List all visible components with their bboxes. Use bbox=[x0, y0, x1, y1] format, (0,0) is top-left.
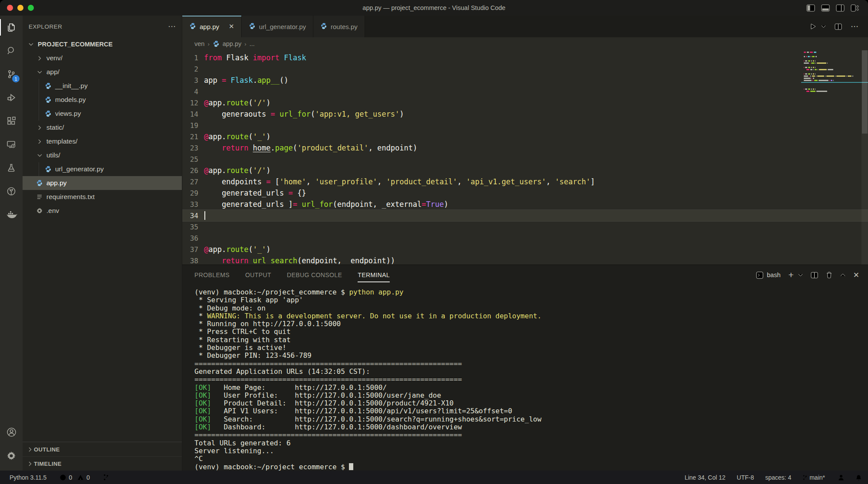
code-token: ) bbox=[266, 132, 270, 141]
minimap-token bbox=[852, 75, 853, 77]
tree-item-templates[interactable]: templates/ bbox=[23, 134, 182, 148]
customize-layout-icon[interactable] bbox=[851, 4, 859, 12]
git-sync-indicator[interactable] bbox=[103, 474, 109, 481]
terminal-shell-selector[interactable]: bash bbox=[756, 271, 780, 279]
terminal-line: * Debug mode: on bbox=[194, 304, 868, 312]
editor-line-36[interactable]: 36 bbox=[182, 232, 868, 244]
line-content: @app.route('/') bbox=[204, 97, 868, 108]
git-branch-indicator[interactable]: main* bbox=[802, 474, 825, 481]
tree-item-utils[interactable]: utils/ bbox=[23, 148, 182, 162]
editor-line-25[interactable]: 25 bbox=[182, 154, 868, 165]
tree-item-url-generator-py[interactable]: url_generator.py bbox=[23, 162, 182, 176]
activity-bar-item-docker[interactable] bbox=[0, 203, 23, 226]
editor-scrollbar-thumb[interactable] bbox=[862, 50, 868, 134]
cursor-position-indicator[interactable]: Line 34, Col 12 bbox=[684, 474, 725, 481]
tree-item-views-py[interactable]: views.py bbox=[23, 107, 182, 121]
python-version-indicator[interactable]: Python 3.11.5 bbox=[10, 474, 46, 481]
run-dropdown-chevron-icon[interactable] bbox=[821, 25, 826, 28]
editor-line-37[interactable]: 37@app.route('_') bbox=[182, 244, 868, 255]
terminal-output[interactable]: (venv) macbook:~/project_ecommerce $ pyt… bbox=[182, 285, 868, 471]
close-tab-icon[interactable]: ✕ bbox=[229, 23, 234, 30]
toggle-panel-icon[interactable] bbox=[821, 4, 830, 12]
tree-item--env[interactable]: .env bbox=[23, 204, 182, 218]
encoding-indicator[interactable]: UTF-8 bbox=[737, 474, 754, 481]
activity-bar-item-ports[interactable] bbox=[0, 180, 23, 203]
tree-item-app[interactable]: app/ bbox=[23, 65, 182, 79]
line-number: 23 bbox=[182, 144, 204, 152]
split-editor-icon[interactable] bbox=[835, 23, 842, 30]
panel-tab-output[interactable]: OUTPUT bbox=[245, 265, 271, 285]
editor-tab-url_generator-py[interactable]: url_generator.py bbox=[242, 16, 313, 37]
editor-line-3[interactable]: 3app = Flask.app__() bbox=[182, 75, 868, 86]
editor-line-33[interactable]: 33 generated_urls ]= url_for(endpoint, _… bbox=[182, 199, 868, 210]
code-token: ) bbox=[444, 200, 448, 209]
editor-line-2[interactable]: 2 bbox=[182, 63, 868, 75]
editor-line-19[interactable]: 19 bbox=[182, 120, 868, 131]
editor-scrollbar[interactable] bbox=[861, 50, 868, 265]
terminal-line: [OK] Search: http://127.0.0.1:5000/searc… bbox=[194, 415, 868, 423]
panel-tab-problems[interactable]: PROBLEMS bbox=[194, 265, 230, 285]
split-terminal-icon[interactable] bbox=[811, 272, 818, 278]
activity-bar-item-account[interactable] bbox=[0, 420, 23, 444]
code-token: app. bbox=[208, 132, 226, 141]
toggle-primary-sidebar-icon[interactable] bbox=[806, 4, 815, 12]
editor-tab-routes-py[interactable]: routes.py bbox=[313, 16, 365, 37]
terminal-dropdown-chevron-icon[interactable] bbox=[798, 274, 803, 277]
sidebar-section-outline[interactable]: OUTLINE bbox=[23, 442, 182, 456]
tree-item-requirements-txt[interactable]: requirements.txt bbox=[23, 190, 182, 204]
breadcrumb-item[interactable]: ven bbox=[194, 40, 204, 47]
feedback-icon[interactable] bbox=[836, 474, 844, 481]
panel-tab-terminal[interactable]: TERMINAL bbox=[358, 265, 390, 285]
chevron-right-icon bbox=[26, 461, 34, 466]
activity-bar-item-run-debug[interactable] bbox=[0, 86, 23, 109]
explorer-more-actions-icon[interactable]: ⋯ bbox=[168, 24, 176, 29]
sidebar-section-timeline[interactable]: TIMELINE bbox=[23, 456, 182, 471]
editor-line-21[interactable]: 21@app.route('_') bbox=[182, 131, 868, 142]
indentation-indicator[interactable]: spaces: 4 bbox=[765, 474, 791, 481]
activity-bar-item-remote-explorer[interactable] bbox=[0, 133, 23, 156]
maximize-panel-icon[interactable] bbox=[840, 273, 845, 277]
notifications-bell-icon[interactable] bbox=[855, 474, 862, 481]
tree-item--init-py[interactable]: __init__.py bbox=[23, 79, 182, 93]
terminal-text: ========================================… bbox=[194, 431, 462, 439]
python-file-icon bbox=[320, 23, 327, 31]
kill-terminal-icon[interactable] bbox=[826, 271, 832, 278]
activity-bar-item-search[interactable] bbox=[0, 39, 23, 62]
editor-line-26[interactable]: 26@app.route('/') bbox=[182, 165, 868, 176]
terminal-line: * Press CTRL+C to quit bbox=[194, 328, 868, 336]
tree-item-venv[interactable]: venv/ bbox=[23, 51, 182, 65]
editor-line-29[interactable]: 29 generated_urls = {} bbox=[182, 187, 868, 199]
editor-line-12[interactable]: 12@app.route('/') bbox=[182, 97, 868, 108]
editor-more-actions-icon[interactable]: ⋯ bbox=[851, 22, 858, 31]
editor-line-4[interactable]: 4 bbox=[182, 86, 868, 97]
editor-line-34[interactable]: 34 bbox=[182, 210, 868, 221]
tree-item-models-py[interactable]: models.py bbox=[23, 93, 182, 107]
tree-root-folder[interactable]: PROJECT_ECOMMERCE bbox=[23, 37, 182, 51]
panel-tab-debug-console[interactable]: DEBUG CONSOLE bbox=[287, 265, 342, 285]
editor-line-1[interactable]: 1from Flask import Flask bbox=[182, 52, 868, 63]
problems-indicator[interactable]: 0 0 bbox=[59, 474, 90, 481]
minimap[interactable] bbox=[804, 51, 861, 92]
editor-line-27[interactable]: 27 endpoints = ['home', 'user_profile', … bbox=[182, 176, 868, 187]
editor-line-35[interactable]: 35 bbox=[182, 221, 868, 232]
editor-line-14[interactable]: 14 generaouts = url_for('app:v1, get_use… bbox=[182, 108, 868, 120]
new-terminal-icon[interactable]: + bbox=[788, 270, 793, 280]
tree-item-app-py[interactable]: app.py bbox=[23, 176, 182, 190]
minimap-token bbox=[812, 78, 812, 79]
editor-line-38[interactable]: 38 return url_search(endpoint, endpoint)… bbox=[182, 255, 868, 265]
code-editor[interactable]: 1from Flask import Flask23app = Flask.ap… bbox=[182, 50, 868, 265]
breadcrumb-item[interactable]: app.py bbox=[223, 40, 242, 47]
close-panel-icon[interactable]: ✕ bbox=[853, 271, 859, 280]
toggle-secondary-sidebar-icon[interactable] bbox=[836, 4, 845, 12]
activity-bar-item-settings[interactable] bbox=[0, 444, 23, 467]
activity-bar-item-source-control[interactable]: 1 bbox=[0, 62, 23, 86]
tree-item-static[interactable]: static/ bbox=[23, 121, 182, 134]
editor-line-23[interactable]: 23 return home.page('product_detail', en… bbox=[182, 142, 868, 154]
breadcrumb-item[interactable]: ... bbox=[250, 40, 255, 47]
editor-tab-app-py[interactable]: app.py✕ bbox=[182, 16, 242, 37]
activity-bar-item-explorer[interactable] bbox=[0, 16, 23, 39]
activity-bar-item-extensions[interactable] bbox=[0, 109, 23, 133]
run-python-file-icon[interactable] bbox=[810, 23, 817, 30]
activity-bar-item-testing[interactable] bbox=[0, 156, 23, 180]
line-number: 34 bbox=[182, 212, 204, 220]
